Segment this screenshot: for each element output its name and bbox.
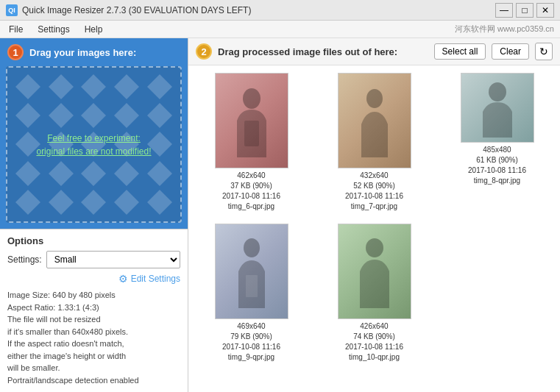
settings-icon: ⚙ xyxy=(118,273,128,285)
watermark-text: 河东软件网 www.pc0359.cn xyxy=(455,24,554,35)
image-info: 426x640 74 KB (90%) 2017-10-08 11:16 tim… xyxy=(345,321,403,363)
list-item: 432x640 52 KB (90%) 2017-10-08 11:16 tim… xyxy=(319,73,430,212)
edit-settings-link[interactable]: Edit Settings xyxy=(131,274,180,284)
svg-rect-5 xyxy=(246,275,258,297)
svg-point-6 xyxy=(366,238,383,257)
settings-label: Settings: xyxy=(7,254,42,265)
close-button[interactable]: ✕ xyxy=(536,3,554,18)
svg-point-4 xyxy=(244,238,260,257)
right-panel-header: 2 Drag processed image files out of here… xyxy=(188,38,560,65)
options-title: Options xyxy=(7,235,180,246)
image-preview-2 xyxy=(339,74,411,168)
image-preview-1 xyxy=(216,74,288,168)
settings-select[interactable]: Small Medium Large Custom xyxy=(46,251,180,268)
step-badge-1: 1 xyxy=(7,44,24,60)
title-bar-controls: — □ ✕ xyxy=(495,3,554,18)
minimize-button[interactable]: — xyxy=(495,3,513,18)
menu-file[interactable]: File xyxy=(6,23,26,36)
image-grid: 462x640 37 KB (90%) 2017-10-08 11:16 tim… xyxy=(188,65,560,392)
image-thumbnail[interactable] xyxy=(461,73,534,143)
image-info: 485x480 61 KB (90%) 2017-10-08 11:16 tim… xyxy=(468,145,526,186)
title-bar: QI Quick Image Resizer 2.7.3 (30 EVALUAT… xyxy=(0,0,560,21)
maximize-button[interactable]: □ xyxy=(516,3,534,18)
refresh-icon: ↻ xyxy=(539,46,548,57)
image-thumbnail[interactable] xyxy=(338,73,411,168)
edit-settings-row: ⚙ Edit Settings xyxy=(7,273,180,285)
image-preview-4 xyxy=(216,224,288,318)
list-item: 462x640 37 KB (90%) 2017-10-08 11:16 tim… xyxy=(196,73,307,212)
svg-point-0 xyxy=(243,88,260,109)
main-layout: 1 Drag your images here: Feel free to ex… xyxy=(0,38,560,392)
info-text: Image Size: 640 by 480 pixels Aspect Rat… xyxy=(7,289,180,386)
list-item: 426x640 74 KB (90%) 2017-10-08 11:16 tim… xyxy=(319,224,430,363)
drop-zone-text: Feel free to experiment:original files a… xyxy=(30,126,157,164)
image-preview-5 xyxy=(339,224,411,318)
svg-point-3 xyxy=(489,82,506,101)
list-item: 469x640 79 KB (90%) 2017-10-08 11:16 tim… xyxy=(196,224,307,363)
options-section: Options Settings: Small Medium Large Cus… xyxy=(0,229,188,392)
left-panel-header: 1 Drag your images here: xyxy=(0,38,188,66)
list-item: 485x480 61 KB (90%) 2017-10-08 11:16 tim… xyxy=(442,73,553,212)
svg-point-2 xyxy=(366,89,383,108)
image-info: 462x640 37 KB (90%) 2017-10-08 11:16 tim… xyxy=(222,171,280,212)
right-panel-header-text: Drag processed image files out of here: xyxy=(218,46,428,57)
title-bar-left: QI Quick Image Resizer 2.7.3 (30 EVALUAT… xyxy=(6,4,251,16)
image-info: 469x640 79 KB (90%) 2017-10-08 11:16 tim… xyxy=(222,321,280,363)
menu-settings[interactable]: Settings xyxy=(35,23,72,36)
image-info: 432x640 52 KB (90%) 2017-10-08 11:16 tim… xyxy=(345,171,403,212)
settings-row: Settings: Small Medium Large Custom xyxy=(7,251,180,268)
menu-help[interactable]: Help xyxy=(82,23,106,36)
right-panel: 2 Drag processed image files out of here… xyxy=(188,38,560,392)
drop-zone[interactable]: Feel free to experiment:original files a… xyxy=(6,66,182,223)
image-preview-3 xyxy=(461,74,534,142)
refresh-button[interactable]: ↻ xyxy=(535,43,553,60)
select-all-button[interactable]: Select all xyxy=(434,43,486,60)
app-icon: QI xyxy=(6,4,18,16)
step-badge-2: 2 xyxy=(196,43,212,60)
left-panel: 1 Drag your images here: Feel free to ex… xyxy=(0,38,188,392)
image-thumbnail[interactable] xyxy=(215,224,288,319)
image-thumbnail[interactable] xyxy=(338,224,411,319)
menu-bar: File Settings Help 河东软件网 www.pc0359.cn xyxy=(0,21,560,38)
svg-rect-1 xyxy=(244,121,259,146)
image-thumbnail[interactable] xyxy=(215,73,288,168)
clear-button[interactable]: Clear xyxy=(492,43,529,60)
app-title: Quick Image Resizer 2.7.3 (30 EVALUATION… xyxy=(22,5,251,15)
left-panel-header-text: Drag your images here: xyxy=(29,47,136,58)
